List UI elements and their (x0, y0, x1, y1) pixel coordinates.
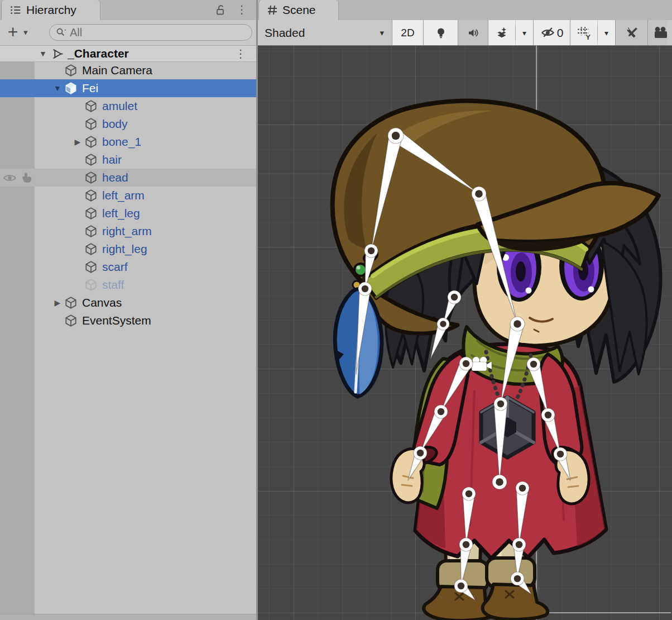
gameobject-cube-icon (84, 99, 98, 113)
hierarchy-search-field[interactable] (49, 24, 252, 41)
scene-panel: Scene Shaded ▾ 2D (258, 0, 672, 620)
hierarchy-row[interactable]: ▶ Canvas (0, 294, 256, 312)
hierarchy-row[interactable]: hair (0, 151, 256, 169)
arms-art (391, 353, 589, 504)
feather-art (335, 249, 382, 397)
scene-asset-header[interactable]: ▼ _Character ⋮ (0, 46, 256, 62)
lighting-toggle-button[interactable] (424, 20, 458, 45)
gameobject-cube-icon (84, 170, 98, 185)
eye-icon[interactable] (3, 171, 17, 185)
main-camera-gizmo-icon (472, 357, 492, 371)
draw-mode-dropdown[interactable]: Shaded ▾ (258, 20, 392, 45)
gameobject-label: Main Camera (82, 64, 152, 77)
gameobject-label: right_arm (102, 225, 152, 238)
scene-tab-label: Scene (282, 3, 316, 17)
hierarchy-row[interactable]: ▼ Fei (0, 79, 256, 97)
face-art (474, 214, 612, 346)
gameobject-cube-icon (84, 135, 98, 149)
character-sprite (258, 46, 672, 620)
disclosure-arrow[interactable]: ▶ (51, 298, 64, 307)
hierarchy-row[interactable]: left_arm (0, 187, 256, 204)
gameobject-cube-icon (84, 260, 98, 274)
pick-icon[interactable] (20, 171, 34, 185)
gameobject-cube-icon (64, 313, 78, 328)
list-icon (9, 4, 22, 16)
hierarchy-toolbar: + ▾ (0, 20, 256, 46)
hair-art (384, 153, 660, 382)
x-axis-line (536, 612, 671, 613)
scene-name-label: _Character (68, 47, 129, 60)
gameobject-cube-icon (84, 242, 98, 256)
hierarchy-row[interactable]: head (0, 169, 256, 187)
gameobject-label: right_leg (102, 242, 147, 256)
scene-visibility-button[interactable]: 0 (534, 20, 570, 45)
gameobject-cube-icon (64, 295, 78, 310)
scene-disclosure-icon[interactable]: ▼ (39, 49, 50, 58)
panel-bottom-edge (0, 614, 256, 620)
bangs-art (386, 190, 647, 374)
effects-dropdown-button[interactable]: ▾ (516, 20, 534, 45)
hidden-count-label: 0 (557, 26, 564, 40)
disclosure-arrow[interactable]: ▶ (71, 137, 84, 146)
mode-2d-button[interactable]: 2D (392, 20, 424, 45)
hierarchy-menu-kebab-icon[interactable]: ⋮ (236, 4, 247, 15)
gameobject-label: Canvas (82, 296, 122, 309)
hierarchy-row[interactable]: right_leg (0, 240, 256, 258)
gameobject-cube-icon (84, 117, 98, 131)
gameobject-label: head (102, 171, 128, 184)
amulet-art (481, 352, 534, 457)
draw-mode-label: Shaded (265, 26, 305, 40)
eyes-art (497, 231, 604, 302)
hierarchy-row[interactable]: left_leg (0, 204, 256, 222)
hierarchy-row[interactable]: staff (0, 276, 256, 294)
hierarchy-list: Main Camera ▼ Fei amulet body ▶ bone_1 h… (0, 61, 256, 330)
camera-overlay-button[interactable] (648, 20, 667, 45)
unity-editor-window: Hierarchy ⋮ + ▾ (0, 0, 672, 620)
hierarchy-row[interactable]: ▶ bone_1 (0, 133, 256, 151)
row-visibility-toggles[interactable] (3, 171, 34, 185)
dress-art (415, 344, 606, 559)
hat-art (333, 101, 659, 333)
eye-hidden-icon (540, 25, 555, 40)
gameobject-cube-icon (84, 188, 98, 203)
add-gameobject-button[interactable]: + (4, 23, 21, 41)
scene-header-kebab-icon[interactable]: ⋮ (235, 48, 246, 59)
effects-icon (495, 26, 509, 40)
search-icon (55, 27, 66, 38)
scarf-art (412, 327, 563, 508)
hierarchy-tab-label: Hierarchy (26, 3, 76, 17)
effects-toggle-button[interactable] (488, 20, 515, 45)
gameobject-label: Fei (82, 82, 98, 95)
bone-gizmos[interactable] (258, 46, 672, 620)
hierarchy-panel: Hierarchy ⋮ + ▾ (0, 0, 256, 620)
tab-scene[interactable]: Scene (258, 0, 339, 20)
mode-2d-label: 2D (401, 27, 414, 39)
gameobject-label: body (102, 117, 128, 131)
hierarchy-row[interactable]: scarf (0, 258, 256, 276)
hierarchy-row[interactable]: Main Camera (0, 61, 256, 79)
gameobject-cube-icon (64, 81, 78, 96)
hierarchy-row[interactable]: right_arm (0, 222, 256, 240)
hierarchy-row[interactable]: amulet (0, 97, 256, 115)
grid-dropdown-button[interactable]: ▾ (598, 20, 616, 45)
disclosure-arrow[interactable]: ▼ (51, 84, 64, 93)
unlock-icon[interactable] (215, 4, 227, 16)
add-dropdown-caret-icon[interactable]: ▾ (23, 27, 28, 37)
lightbulb-icon (434, 26, 448, 40)
search-input[interactable] (69, 26, 246, 40)
hierarchy-row[interactable]: body (0, 115, 256, 133)
grid-axis-icon: Y (577, 26, 591, 40)
gameobject-label: bone_1 (102, 135, 141, 149)
draw-mode-caret-icon: ▾ (380, 28, 384, 38)
hierarchy-row[interactable]: EventSystem (0, 312, 256, 330)
camera-icon (653, 26, 667, 40)
tab-hierarchy[interactable]: Hierarchy (1, 0, 100, 20)
wrench-pencil-icon (625, 26, 639, 40)
scene-viewport[interactable] (258, 46, 672, 620)
hierarchy-tabbar: Hierarchy ⋮ (0, 0, 256, 21)
gameobject-label: left_arm (102, 189, 145, 202)
audio-toggle-button[interactable] (458, 20, 488, 45)
grid-settings-button[interactable]: Y (570, 20, 597, 45)
gameobject-label: EventSystem (82, 314, 151, 327)
tools-overlay-button[interactable] (616, 20, 648, 45)
